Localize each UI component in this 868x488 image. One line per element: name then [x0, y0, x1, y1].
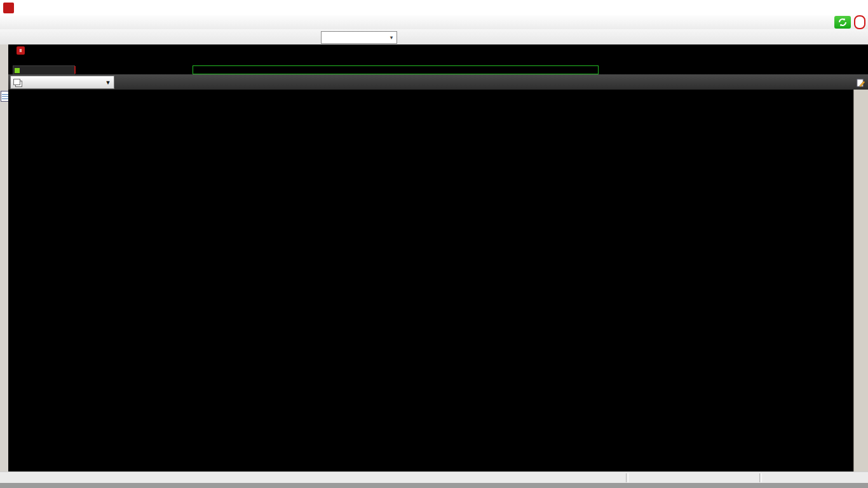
motec-i2-window: ▾ ‖ ▼	[0, 0, 868, 488]
bottom-strip	[0, 483, 868, 488]
status-divider	[759, 473, 762, 482]
status-bar	[0, 471, 868, 484]
status-divider	[626, 473, 628, 482]
time-distance-chart	[0, 0, 868, 488]
